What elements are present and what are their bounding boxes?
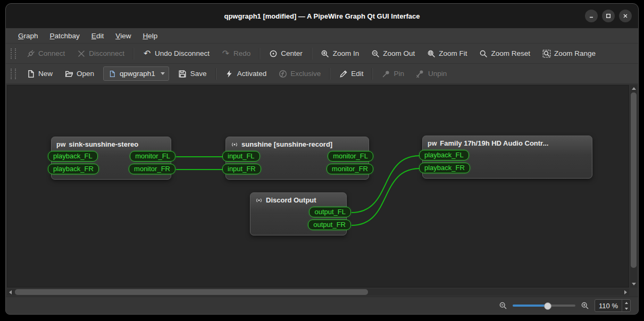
- node-family-audio[interactable]: pwFamily 17h/19h HD Audio Contr...playba…: [422, 136, 592, 179]
- scroll-left-button[interactable]: [7, 289, 14, 295]
- zoom-in-button[interactable]: Zoom In: [315, 46, 365, 62]
- toolbar-separator: [329, 68, 330, 80]
- patchbay-combo[interactable]: qpwgraph1: [103, 66, 169, 81]
- vertical-scrollbar[interactable]: [630, 85, 637, 288]
- toolbar-button-label: Zoom Fit: [439, 49, 467, 57]
- zoom-reset-button[interactable]: Zoom Reset: [473, 46, 537, 62]
- toolbar-button-label: Save: [190, 70, 207, 78]
- graph-canvas[interactable]: pwsink-sunshine-stereoplayback_FLmonitor…: [7, 85, 629, 288]
- menu-graph[interactable]: Graph: [12, 28, 44, 43]
- toolbar-drag-handle[interactable]: [11, 48, 16, 59]
- main-toolbar: ConnectDisconnect↶Undo Disconnect↷RedoCe…: [6, 44, 638, 64]
- activated-button[interactable]: Activated: [219, 66, 273, 82]
- scroll-right-button[interactable]: [622, 289, 629, 295]
- zoom-slider[interactable]: [513, 301, 575, 310]
- toolbar-button-label: Center: [281, 49, 303, 57]
- node-title-bar[interactable]: pwFamily 17h/19h HD Audio Contr...: [423, 136, 592, 149]
- zoom-out-icon: [371, 49, 380, 58]
- open-button[interactable]: Open: [58, 66, 100, 82]
- toolbar-button-label: Open: [77, 70, 94, 78]
- port-playback_FR[interactable]: playback_FR: [48, 164, 99, 174]
- open-icon: [64, 69, 73, 78]
- save-icon: [178, 69, 187, 78]
- zoom-out-icon[interactable]: [499, 301, 507, 310]
- toolbar-drag-handle[interactable]: [11, 69, 16, 79]
- close-button[interactable]: [619, 10, 632, 22]
- zoom-spin-up-button[interactable]: [622, 300, 630, 306]
- toolbar-button-label: Zoom Range: [554, 49, 596, 57]
- scrollbar-corner: [629, 289, 637, 295]
- zoom-slider-handle[interactable]: [544, 302, 551, 310]
- zoom-fit-button[interactable]: Zoom Fit: [421, 46, 473, 62]
- scroll-down-button[interactable]: [630, 281, 637, 288]
- combo-value: qpwgraph1: [120, 70, 155, 78]
- titlebar[interactable]: qpwgraph1 [modified] — A PipeWire Graph …: [6, 4, 638, 28]
- new-button[interactable]: New: [20, 66, 58, 82]
- node-title-bar[interactable]: Discord Output: [250, 193, 346, 206]
- port-monitor_FL[interactable]: monitor_FL: [328, 151, 373, 162]
- zoom-range-button[interactable]: Zoom Range: [536, 46, 601, 62]
- toolbar-button-label: Disconnect: [89, 49, 124, 57]
- toolbar-button-label: Edit: [351, 70, 363, 78]
- edit-button[interactable]: Edit: [333, 66, 369, 82]
- new-icon: [26, 69, 35, 78]
- maximize-button[interactable]: [602, 10, 615, 22]
- graph-view: pwsink-sunshine-stereoplayback_FLmonitor…: [6, 84, 638, 297]
- connect-button[interactable]: Connect: [20, 46, 71, 62]
- vertical-scroll-track[interactable]: [630, 92, 637, 281]
- node-sink-sunshine-stereo[interactable]: pwsink-sunshine-stereoplayback_FLmonitor…: [51, 137, 171, 180]
- node-title: Family 17h/19h HD Audio Contr...: [440, 139, 548, 147]
- zoom-in-icon[interactable]: [581, 301, 589, 310]
- statusbar: 110 %: [6, 297, 638, 314]
- redo-button[interactable]: ↷Redo: [215, 46, 256, 62]
- undo-disconnect-button[interactable]: ↶Undo Disconnect: [137, 46, 215, 62]
- menubar: GraphPatchbayEditViewHelp: [6, 28, 638, 44]
- port-output_FR[interactable]: output_FR: [308, 219, 351, 230]
- node-title-bar[interactable]: pwsink-sunshine-stereo: [52, 137, 171, 150]
- zoom-spin-down-button[interactable]: [622, 306, 630, 311]
- port-playback_FL[interactable]: playback_FL: [48, 151, 98, 162]
- toolbar-button-label: Pin: [394, 70, 404, 78]
- port-monitor_FR[interactable]: monitor_FR: [129, 164, 175, 174]
- unpin-button[interactable]: Unpin: [410, 66, 453, 82]
- menu-help[interactable]: Help: [137, 28, 163, 43]
- port-monitor_FL[interactable]: monitor_FL: [130, 151, 175, 162]
- record-icon: [231, 141, 238, 148]
- zoom-spinbox[interactable]: 110 %: [595, 299, 631, 312]
- node-sunshine[interactable]: sunshine [sunshine-record]input_FLmonito…: [225, 137, 369, 180]
- menu-edit[interactable]: Edit: [86, 28, 110, 43]
- unpin-icon: [416, 69, 425, 78]
- node-title-bar[interactable]: sunshine [sunshine-record]: [226, 137, 369, 150]
- disconnect-button[interactable]: Disconnect: [71, 46, 130, 62]
- exclusive-button[interactable]: Exclusive: [272, 66, 327, 82]
- connection-wires: [7, 86, 629, 287]
- node-title: sunshine [sunshine-record]: [241, 140, 332, 148]
- zoom-in-icon: [321, 49, 330, 58]
- horizontal-scrollbar[interactable]: [7, 289, 629, 295]
- port-input_FR[interactable]: input_FR: [222, 164, 261, 174]
- vertical-scroll-thumb[interactable]: [631, 92, 637, 268]
- port-input_FL[interactable]: input_FL: [222, 151, 260, 162]
- port-playback_FR[interactable]: playback_FR: [419, 163, 470, 173]
- port-playback_FL[interactable]: playback_FL: [419, 150, 469, 160]
- menu-view[interactable]: View: [110, 28, 137, 43]
- window-title: qpwgraph1 [modified] — A PipeWire Graph …: [224, 12, 420, 20]
- pin-icon: [381, 69, 390, 78]
- record-icon: [255, 197, 263, 204]
- horizontal-scroll-thumb[interactable]: [15, 289, 368, 295]
- port-monitor_FR[interactable]: monitor_FR: [327, 164, 373, 174]
- menu-patchbay[interactable]: Patchbay: [44, 28, 86, 43]
- port-output_FL[interactable]: output_FL: [309, 207, 351, 217]
- toolbar-separator: [259, 48, 260, 60]
- horizontal-scroll-track[interactable]: [14, 289, 622, 295]
- minimize-button[interactable]: [585, 10, 598, 22]
- pin-button[interactable]: Pin: [375, 66, 410, 82]
- scroll-up-button[interactable]: [630, 85, 637, 92]
- app-window: qpwgraph1 [modified] — A PipeWire Graph …: [5, 3, 639, 315]
- center-button[interactable]: Center: [263, 46, 308, 62]
- save-button[interactable]: Save: [172, 66, 213, 82]
- maximize-icon: [606, 13, 611, 19]
- zoom-out-button[interactable]: Zoom Out: [365, 46, 421, 62]
- node-discord-output[interactable]: Discord Outputoutput_FLoutput_FR: [250, 192, 347, 235]
- toolbar-button-label: Undo Disconnect: [155, 49, 210, 57]
